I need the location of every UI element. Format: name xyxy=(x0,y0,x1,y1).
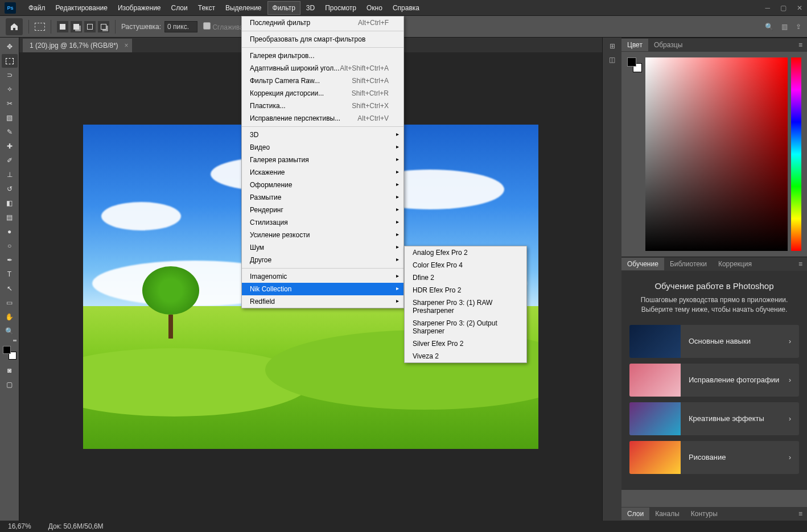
filter-gallery[interactable]: Галерея фильтров... xyxy=(242,50,404,62)
magic-wand-tool[interactable]: ✧ xyxy=(2,83,18,96)
crop-tool[interactable]: ✂ xyxy=(2,97,18,110)
filter-3d[interactable]: 3D xyxy=(242,129,404,141)
menu-text[interactable]: Текст xyxy=(193,2,220,14)
filter-last[interactable]: Последний фильтрAlt+Ctrl+F xyxy=(242,17,404,29)
home-button[interactable] xyxy=(6,18,23,35)
share-icon[interactable]: ⇪ xyxy=(796,23,801,31)
search-icon[interactable]: 🔍 xyxy=(765,23,773,31)
filter-blurgallery[interactable]: Галерея размытия xyxy=(242,154,404,166)
nik-silver[interactable]: Silver Efex Pro 2 xyxy=(405,337,526,350)
learn-card-basics[interactable]: Основные навыки › xyxy=(629,325,799,358)
hue-slider[interactable] xyxy=(791,57,801,251)
marquee-preset[interactable] xyxy=(35,23,45,31)
nik-sharp2[interactable]: Sharpener Pro 3: (2) Output Sharpener xyxy=(405,317,526,337)
filter-liquify[interactable]: Пластика...Shift+Ctrl+X xyxy=(242,100,404,112)
op-intersect[interactable] xyxy=(98,21,109,32)
filter-stylization[interactable]: Стилизация xyxy=(242,216,404,229)
minimize-icon[interactable]: ─ xyxy=(765,4,770,12)
panel-menu-icon[interactable]: ≡ xyxy=(794,41,807,49)
hand-tool[interactable]: ✋ xyxy=(2,310,18,324)
filter-stylize[interactable]: Оформление xyxy=(242,179,404,191)
zoom-level[interactable]: 16,67% xyxy=(8,522,31,530)
filter-lens[interactable]: Коррекция дисторсии...Shift+Ctrl+R xyxy=(242,87,404,100)
filter-sharpen[interactable]: Усиление резкости xyxy=(242,229,404,241)
filter-imagenomic[interactable]: Imagenomic xyxy=(242,270,404,283)
feather-input[interactable] xyxy=(164,21,197,32)
menu-help[interactable]: Справка xyxy=(388,2,424,14)
stamp-tool[interactable]: ⊥ xyxy=(2,168,18,182)
nik-sharp1[interactable]: Sharpener Pro 3: (1) RAW Presharpener xyxy=(405,296,526,317)
quickmask-tool[interactable]: ◙ xyxy=(2,364,18,377)
menu-filter[interactable]: Фильтр xyxy=(267,1,300,15)
sidepanel-icon-1[interactable]: ⊞ xyxy=(610,42,615,50)
sidepanel-icon-2[interactable]: ◫ xyxy=(609,56,615,64)
menu-window[interactable]: Окно xyxy=(362,2,387,14)
filter-other[interactable]: Другое xyxy=(242,254,404,266)
filter-blur[interactable]: Размытие xyxy=(242,191,404,204)
lasso-tool[interactable]: ⊃ xyxy=(2,68,18,82)
fg-bg-swatches[interactable] xyxy=(3,346,17,360)
screenmode-tool[interactable]: ▢ xyxy=(2,378,18,391)
libraries-panel-tab[interactable]: Библиотеки xyxy=(664,258,713,270)
op-sub[interactable] xyxy=(84,21,96,32)
panel-menu-icon[interactable]: ≡ xyxy=(794,510,807,518)
color-picker-field[interactable] xyxy=(645,57,788,251)
eyedropper-tool[interactable]: ✎ xyxy=(2,125,18,139)
close-icon[interactable]: ✕ xyxy=(797,4,802,12)
learn-card-photo[interactable]: Исправление фотографии › xyxy=(629,364,799,397)
filter-redfield[interactable]: Redfield xyxy=(242,295,404,308)
filter-render[interactable]: Рендеринг xyxy=(242,204,404,216)
menu-select[interactable]: Выделение xyxy=(221,2,266,14)
document-tab[interactable]: 1 (20).jpg @ 16,7% (RGB/8*) × xyxy=(23,39,132,52)
learn-panel-tab[interactable]: Обучение xyxy=(621,258,664,270)
nik-dfine[interactable]: Dfine 2 xyxy=(405,271,526,284)
pen-tool[interactable]: ✒ xyxy=(2,253,18,267)
panel-menu-icon[interactable]: ≡ xyxy=(794,260,807,268)
menu-view[interactable]: Просмотр xyxy=(320,2,361,14)
move-tool[interactable]: ✥ xyxy=(2,40,18,53)
tool-more[interactable] xyxy=(13,340,17,341)
nik-color[interactable]: Color Efex Pro 4 xyxy=(405,259,526,271)
swatches-panel-tab[interactable]: Образцы xyxy=(648,39,688,51)
menu-image[interactable]: Изображение xyxy=(113,2,166,14)
blur-tool[interactable]: ● xyxy=(2,225,18,238)
filter-video[interactable]: Видео xyxy=(242,141,404,154)
nik-viveza[interactable]: Viveza 2 xyxy=(405,350,526,362)
nik-hdr[interactable]: HDR Efex Pro 2 xyxy=(405,284,526,296)
filter-cameraraw[interactable]: Фильтр Camera Raw...Shift+Ctrl+A xyxy=(242,75,404,87)
menu-layers[interactable]: Слои xyxy=(167,2,192,14)
layers-panel-tab[interactable]: Слои xyxy=(621,508,649,520)
menu-3d[interactable]: 3D xyxy=(302,2,319,14)
filter-wideangle[interactable]: Адаптивный широкий угол...Alt+Shift+Ctrl… xyxy=(242,62,404,75)
filter-distort[interactable]: Искажение xyxy=(242,166,404,179)
path-select-tool[interactable]: ↖ xyxy=(2,282,18,295)
tab-close-icon[interactable]: × xyxy=(125,42,129,50)
maximize-icon[interactable]: ▢ xyxy=(780,4,787,12)
workspace-icon[interactable]: ▥ xyxy=(781,23,788,31)
color-panel-tab[interactable]: Цвет xyxy=(621,39,648,51)
filter-nik[interactable]: Nik Collection xyxy=(242,283,404,295)
color-fgbg[interactable] xyxy=(627,57,642,72)
brush-tool[interactable]: ✐ xyxy=(2,154,18,167)
frame-tool[interactable]: ▧ xyxy=(2,111,18,125)
learn-card-draw[interactable]: Рисование › xyxy=(629,441,799,474)
history-brush-tool[interactable]: ↺ xyxy=(2,182,18,196)
nik-analog[interactable]: Analog Efex Pro 2 xyxy=(405,246,526,259)
filter-vp[interactable]: Исправление перспективы...Alt+Ctrl+V xyxy=(242,112,404,125)
shape-tool[interactable]: ▭ xyxy=(2,296,18,310)
learn-card-effects[interactable]: Креативные эффекты › xyxy=(629,402,799,435)
filter-noise[interactable]: Шум xyxy=(242,241,404,254)
channels-panel-tab[interactable]: Каналы xyxy=(649,508,685,520)
menu-file[interactable]: Файл xyxy=(24,2,50,14)
op-add[interactable] xyxy=(71,21,82,32)
type-tool[interactable]: T xyxy=(2,267,18,281)
marquee-tool[interactable] xyxy=(2,54,18,68)
eraser-tool[interactable]: ◧ xyxy=(2,196,18,210)
adjustments-panel-tab[interactable]: Коррекция xyxy=(713,258,757,270)
healing-tool[interactable]: ✚ xyxy=(2,139,18,153)
op-new[interactable] xyxy=(57,21,68,32)
menu-edit[interactable]: Редактирование xyxy=(51,2,112,14)
paths-panel-tab[interactable]: Контуры xyxy=(685,508,723,520)
filter-smart[interactable]: Преобразовать для смарт-фильтров xyxy=(242,33,404,46)
gradient-tool[interactable]: ▤ xyxy=(2,211,18,224)
